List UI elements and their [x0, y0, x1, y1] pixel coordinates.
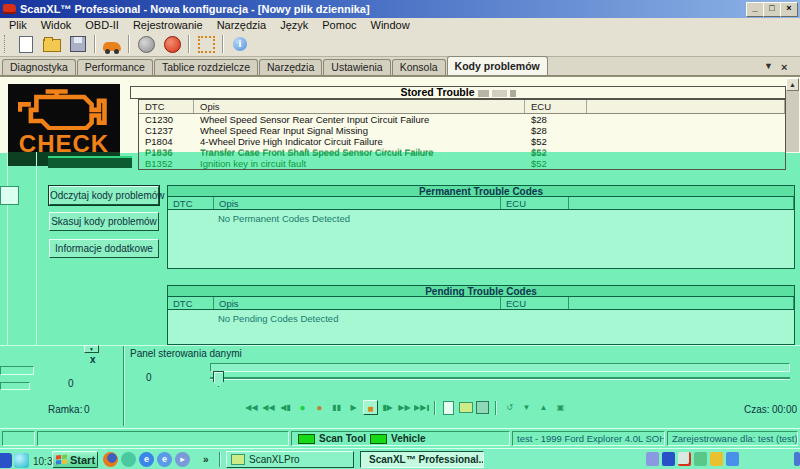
- tab-close-icon[interactable]: ×: [781, 61, 787, 73]
- tray-icon[interactable]: [646, 452, 659, 466]
- tab-konsola[interactable]: Konsola: [392, 59, 446, 75]
- taskbar-separator: [219, 452, 221, 467]
- status-cell-empty: [2, 431, 35, 446]
- table-row[interactable]: C1237 Wheel Speed Rear Input Signal Miss…: [139, 125, 785, 136]
- save-file-icon[interactable]: [68, 35, 88, 53]
- skip-end-button[interactable]: ▶▶▮: [414, 400, 429, 415]
- tab-narzedzia[interactable]: Narzędzia: [259, 59, 322, 75]
- pause-button[interactable]: ▮▮: [329, 400, 344, 415]
- new-log-button[interactable]: [441, 400, 456, 415]
- connect-icon[interactable]: [136, 35, 156, 53]
- toolbar-drag-handle[interactable]: [4, 35, 8, 53]
- scroll-up-icon[interactable]: ▲: [786, 78, 799, 91]
- engine-icon: [18, 88, 110, 130]
- tray-icon[interactable]: [662, 452, 675, 466]
- table-row[interactable]: B1352 Ignition key in circuit fault $52: [139, 158, 785, 169]
- clear-codes-button[interactable]: Skasuj kody problemów: [49, 212, 159, 231]
- tab-performance[interactable]: Performance: [77, 59, 153, 75]
- vehicle-icon[interactable]: [102, 35, 122, 53]
- tray-icon[interactable]: [726, 452, 739, 466]
- quicklaunch-media-icon[interactable]: ▸: [175, 452, 190, 467]
- table-row[interactable]: C1230 Wheel Speed Sensor Rear Center Inp…: [139, 114, 785, 125]
- table-header: DTC Opis ECU: [167, 197, 795, 210]
- close-button[interactable]: ×: [780, 2, 798, 17]
- window-title: ScanXL™ Professional - Nowa konfiguracja…: [20, 3, 370, 15]
- taskbar-button-scanxl-active[interactable]: ScanXL™ Professional...: [360, 451, 484, 468]
- status-bar: Scan Tool Vehicle test - 1999 Ford Explo…: [0, 428, 800, 449]
- info-icon[interactable]: i: [230, 35, 250, 53]
- tab-ustawienia[interactable]: Ustawienia: [323, 59, 390, 75]
- menu-window[interactable]: Window: [364, 19, 417, 31]
- col-opis: Opis: [214, 197, 501, 209]
- step-forward-button[interactable]: ▮▶: [380, 400, 395, 415]
- stop-button[interactable]: ■: [363, 400, 378, 415]
- disconnect-icon[interactable]: [162, 35, 182, 53]
- tab-diagnostyka[interactable]: Diagnostyka: [2, 59, 76, 75]
- open-file-icon[interactable]: [42, 35, 62, 53]
- slider-track[interactable]: [210, 377, 790, 380]
- reset-button[interactable]: ↺: [502, 400, 517, 415]
- table-row[interactable]: P1804 4-Wheel Drive High Indicator Circu…: [139, 136, 785, 147]
- menu-narzedzia[interactable]: Narzędzia: [210, 19, 274, 31]
- time-label: Czas:: [744, 404, 770, 415]
- taskbar-button-scanxlpro[interactable]: ScanXLPro: [226, 451, 354, 468]
- rewind-button[interactable]: ◀◀: [261, 400, 276, 415]
- slider-value: 0: [146, 372, 152, 383]
- move-up-button[interactable]: ▲: [536, 400, 551, 415]
- glitch-fragment: [7, 152, 8, 345]
- connection-status-cell: Scan Tool Vehicle: [291, 431, 510, 446]
- play-button[interactable]: ▶: [346, 400, 361, 415]
- panel-title: Panel sterowania danymi: [130, 348, 242, 359]
- save-log-button[interactable]: [475, 400, 490, 415]
- tray-icon[interactable]: [794, 452, 800, 466]
- menu-pomoc[interactable]: Pomoc: [315, 19, 363, 31]
- tray-icon[interactable]: [694, 452, 707, 466]
- quicklaunch-ie2-icon[interactable]: e: [157, 452, 172, 467]
- scrollbar[interactable]: ▲: [786, 78, 799, 152]
- data-control-panel: [0, 345, 800, 429]
- glitch-updown-icon: ▼: [84, 345, 99, 353]
- tab-kody-problemow[interactable]: Kody problemów: [447, 56, 548, 75]
- table-body: No Permanent Codes Detected: [167, 210, 795, 269]
- step-back-button[interactable]: ◀▮: [278, 400, 293, 415]
- playback-separator: [434, 401, 436, 415]
- menu-obd2[interactable]: OBD-II: [78, 19, 126, 31]
- mark-button[interactable]: ●: [312, 400, 327, 415]
- menu-plik[interactable]: Plik: [2, 19, 34, 31]
- quicklaunch-overflow-icon[interactable]: »: [203, 454, 209, 465]
- toolbar-separator: [222, 35, 224, 53]
- layout-button[interactable]: ▣: [553, 400, 568, 415]
- playback-toolbar: ◀◀ ◀◀ ◀▮ ● ● ▮▮ ▶ ■ ▮▶ ▶▶ ▶▶▮ ↺ ▼ ▲ ▣: [244, 400, 568, 415]
- frame-label: Ramka:: [48, 404, 82, 415]
- empty-message: No Pending Codes Detected: [168, 310, 794, 324]
- dashboard-frame-icon[interactable]: [196, 35, 216, 53]
- restore-button[interactable]: □: [763, 2, 781, 17]
- move-down-button[interactable]: ▼: [519, 400, 534, 415]
- stored-codes-title: Stored Trouble: [130, 86, 786, 99]
- additional-info-button[interactable]: Informacje dodatkowe: [49, 239, 159, 258]
- menu-widok[interactable]: Widok: [34, 19, 79, 31]
- quicklaunch-app-icon[interactable]: [121, 452, 136, 467]
- quicklaunch-ie-icon[interactable]: e: [139, 452, 154, 467]
- menu-rejestrowanie[interactable]: Rejestrowanie: [126, 19, 210, 31]
- col-opis: Opis: [214, 297, 501, 309]
- record-button[interactable]: ●: [295, 400, 310, 415]
- menu-jezyk[interactable]: Język: [273, 19, 315, 31]
- progress-track[interactable]: [210, 363, 790, 372]
- start-button[interactable]: Start: [52, 451, 98, 468]
- quicklaunch-browser-icon[interactable]: [103, 452, 118, 467]
- fast-forward-button[interactable]: ▶▶: [397, 400, 412, 415]
- table-row[interactable]: P1836 Transfer Case Front Shaft Speed Se…: [139, 147, 785, 158]
- open-log-button[interactable]: [458, 400, 473, 415]
- tab-tablice-rozdzielcze[interactable]: Tablice rozdzielcze: [154, 59, 258, 75]
- skip-start-button[interactable]: ◀◀: [244, 400, 259, 415]
- tab-dropdown-icon[interactable]: ▼: [764, 61, 773, 71]
- new-file-icon[interactable]: [16, 35, 36, 53]
- tray-speaker-icon[interactable]: [710, 452, 723, 466]
- read-codes-button[interactable]: Odczytaj kody problemów: [49, 186, 159, 205]
- minimize-button[interactable]: _: [746, 2, 764, 17]
- frame-value: 0: [84, 404, 90, 415]
- tray-volume-icon[interactable]: [678, 452, 691, 466]
- taskbar: 10:39 Start e e ▸ » ScanXLPro ScanXL™ Pr…: [0, 448, 800, 469]
- table-body: No Pending Codes Detected: [167, 310, 795, 345]
